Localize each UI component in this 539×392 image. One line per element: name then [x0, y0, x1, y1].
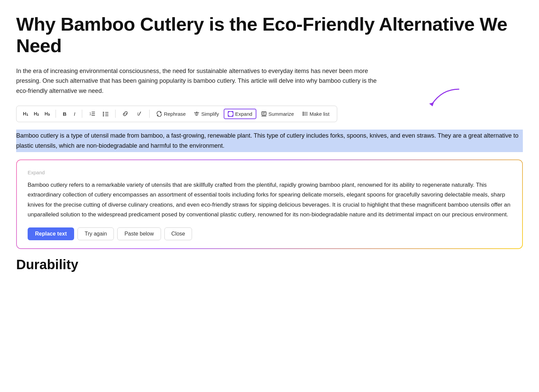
svg-point-6: [103, 113, 104, 115]
simplify-label: Simplify: [201, 111, 219, 117]
make-list-icon: [302, 111, 308, 117]
bold-button[interactable]: B: [59, 109, 70, 118]
divider-3: [115, 110, 116, 118]
svg-rect-10: [105, 115, 108, 116]
toolbar-container: H₁ H₂ H₃ B I 1.: [16, 106, 523, 122]
close-button[interactable]: Close: [164, 227, 192, 240]
toolbar: H₁ H₂ H₃ B I 1.: [16, 106, 337, 122]
link-button[interactable]: [119, 109, 132, 118]
clear-format-button[interactable]: I: [133, 109, 146, 118]
rephrase-button[interactable]: Rephrase: [153, 109, 189, 118]
make-list-label: Make list: [310, 111, 329, 117]
intro-paragraph: In the era of increasing environmental c…: [16, 66, 387, 96]
link-icon: [122, 111, 128, 117]
rephrase-label: Rephrase: [164, 111, 186, 117]
h1-button[interactable]: H₁: [21, 110, 31, 118]
svg-rect-3: [92, 113, 95, 114]
try-again-button[interactable]: Try again: [77, 227, 114, 240]
selected-paragraph: Bamboo cutlery is a type of utensil made…: [16, 130, 523, 152]
unordered-list-button[interactable]: [99, 109, 112, 118]
make-list-button[interactable]: Make list: [299, 109, 333, 118]
svg-rect-8: [105, 112, 108, 113]
italic-button[interactable]: I: [70, 109, 78, 118]
svg-text:I: I: [137, 111, 138, 116]
format-group: B I: [59, 109, 78, 118]
svg-point-7: [103, 115, 104, 116]
expand-label: Expand: [235, 111, 252, 117]
summarize-button[interactable]: Summarize: [258, 109, 297, 118]
page-title: Why Bamboo Cutlery is the Eco-Friendly A…: [16, 13, 523, 57]
svg-point-5: [103, 112, 104, 113]
durability-heading: Durability: [16, 257, 523, 272]
rephrase-icon: [156, 111, 162, 117]
svg-marker-0: [429, 102, 434, 106]
list-group: 1.: [86, 109, 112, 118]
expand-card-actions: Replace text Try again Paste below Close: [28, 227, 511, 240]
arrow-annotation: [422, 87, 462, 109]
paste-below-button[interactable]: Paste below: [117, 227, 161, 240]
svg-rect-2: [92, 112, 95, 112]
heading-group: H₁ H₂ H₃: [21, 110, 52, 118]
expand-card-label: Expand: [28, 170, 511, 175]
simplify-icon: [194, 111, 199, 117]
divider-1: [56, 110, 56, 118]
clear-format-icon: I: [136, 111, 142, 117]
simplify-button[interactable]: Simplify: [190, 109, 222, 118]
ordered-list-icon: 1.: [89, 111, 95, 117]
expand-button[interactable]: Expand: [224, 109, 256, 119]
expand-card: Expand Bamboo cutlery refers to a remark…: [17, 160, 522, 248]
expand-card-wrapper: Expand Bamboo cutlery refers to a remark…: [16, 159, 523, 249]
unordered-list-icon: [102, 111, 108, 117]
summarize-icon: [261, 111, 267, 117]
divider-2: [82, 110, 82, 118]
svg-line-12: [138, 112, 141, 116]
svg-rect-9: [105, 114, 108, 114]
divider-4: [149, 110, 150, 118]
ordered-list-button[interactable]: 1.: [86, 109, 98, 118]
svg-rect-4: [92, 115, 95, 116]
expand-card-content: Bamboo cutlery refers to a remarkable va…: [28, 180, 511, 219]
svg-rect-20: [262, 112, 266, 115]
h2-button[interactable]: H₂: [31, 110, 41, 118]
summarize-label: Summarize: [268, 111, 294, 117]
replace-text-button[interactable]: Replace text: [28, 227, 74, 240]
h3-button[interactable]: H₃: [42, 110, 52, 118]
expand-icon: [228, 111, 233, 117]
